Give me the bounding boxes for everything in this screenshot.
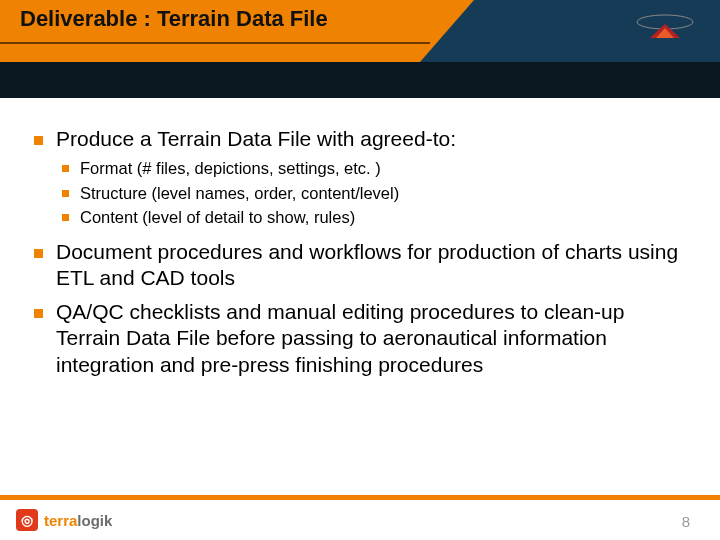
list-item-text: Format (# files, depictions, settings, e… xyxy=(80,159,381,177)
slide-title: Deliverable : Terrain Data File xyxy=(20,6,328,32)
brand-suffix: logik xyxy=(77,512,112,529)
list-item-text: Content (level of detail to show, rules) xyxy=(80,208,355,226)
terralogik-logo: ◎ terralogik xyxy=(16,508,112,532)
header-dark-bar xyxy=(0,62,720,98)
list-item-text: Structure (level names, order, content/l… xyxy=(80,184,399,202)
list-item: Produce a Terrain Data File with agreed-… xyxy=(28,126,692,229)
title-underline xyxy=(0,42,430,44)
list-item-text: Produce a Terrain Data File with agreed-… xyxy=(56,127,456,150)
list-item-text: Document procedures and workflows for pr… xyxy=(56,240,678,289)
sub-list: Format (# files, depictions, settings, e… xyxy=(56,158,692,228)
terralogik-wordmark: terralogik xyxy=(44,512,112,529)
list-item: Document procedures and workflows for pr… xyxy=(28,239,692,292)
brand-prefix: terra xyxy=(44,512,77,529)
slide-header: Deliverable : Terrain Data File xyxy=(0,0,720,62)
slide-footer: ◎ terralogik 8 xyxy=(0,495,720,540)
list-item-text: QA/QC checklists and manual editing proc… xyxy=(56,300,624,376)
terralogik-mark-icon: ◎ xyxy=(16,509,38,531)
page-number: 8 xyxy=(682,513,690,530)
list-item: Content (level of detail to show, rules) xyxy=(56,207,692,228)
list-item: Format (# files, depictions, settings, e… xyxy=(56,158,692,179)
slide-content: Produce a Terrain Data File with agreed-… xyxy=(0,98,720,378)
fme-logo-icon xyxy=(630,12,700,48)
list-item: QA/QC checklists and manual editing proc… xyxy=(28,299,692,378)
list-item: Structure (level names, order, content/l… xyxy=(56,183,692,204)
bullet-list: Produce a Terrain Data File with agreed-… xyxy=(28,126,692,378)
